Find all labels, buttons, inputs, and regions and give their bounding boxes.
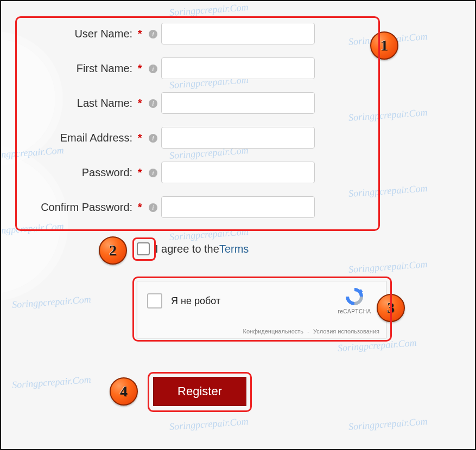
required-asterisk: * xyxy=(138,62,142,74)
register-button-label: Register xyxy=(177,384,222,398)
terms-checkbox[interactable] xyxy=(137,242,150,255)
recaptcha-brand: reCAPTCHA xyxy=(329,286,379,314)
watermark: Soringpcrepair.Com xyxy=(348,416,428,433)
svg-text:i: i xyxy=(152,204,154,211)
field-row-password: Password: * i xyxy=(23,155,453,190)
recaptcha-brand-text: reCAPTCHA xyxy=(329,308,379,314)
terms-row: I agree to the Terms xyxy=(137,242,249,255)
callout-badge-1: 1 xyxy=(370,31,398,60)
recaptcha-checkbox[interactable] xyxy=(147,293,162,308)
label-lastname: Last Name: * i xyxy=(23,97,161,110)
label-password: Password: * i xyxy=(23,166,161,179)
label-text: Password: xyxy=(82,166,132,178)
separator: - xyxy=(307,328,311,335)
svg-text:i: i xyxy=(152,134,154,142)
password-input[interactable] xyxy=(161,162,315,183)
watermark: Soringpcrepair.Com xyxy=(169,226,249,243)
svg-text:i: i xyxy=(152,65,154,73)
info-icon[interactable]: i xyxy=(148,29,158,39)
info-icon[interactable]: i xyxy=(148,203,158,213)
terms-link[interactable]: Terms xyxy=(219,243,249,255)
label-text: Email Address: xyxy=(60,132,132,144)
recaptcha-label: Я не робот xyxy=(171,295,220,307)
field-row-email: Email Address: * i xyxy=(23,120,453,155)
watermark: Soringpcrepair.Com xyxy=(169,416,249,433)
register-button[interactable]: Register xyxy=(153,377,246,406)
required-asterisk: * xyxy=(138,132,142,144)
callout-badge-2: 2 xyxy=(99,236,127,265)
required-asterisk: * xyxy=(138,201,142,213)
field-row-confirm-password: Confirm Password: * i xyxy=(23,190,453,224)
confirm-password-input[interactable] xyxy=(161,196,315,218)
email-input[interactable] xyxy=(161,127,315,149)
svg-text:i: i xyxy=(152,100,154,107)
recaptcha-widget: Я не робот reCAPTCHA Конфиденциальность … xyxy=(137,281,386,338)
label-firstname: First Name: * i xyxy=(23,62,161,75)
svg-text:i: i xyxy=(152,30,154,38)
page-container: Soringpcrepair.Com Soringpcrepair.Com So… xyxy=(0,0,476,450)
info-icon[interactable]: i xyxy=(148,99,158,108)
required-asterisk: * xyxy=(138,28,142,40)
watermark: Soringpcrepair.Com xyxy=(11,374,91,391)
field-row-lastname: Last Name: * i xyxy=(23,86,453,120)
required-asterisk: * xyxy=(138,97,142,109)
label-email: Email Address: * i xyxy=(23,132,161,144)
callout-badge-3: 3 xyxy=(377,294,405,322)
recaptcha-terms-link[interactable]: Условия использования xyxy=(313,328,379,335)
lastname-input[interactable] xyxy=(161,92,315,114)
label-confirm-password: Confirm Password: * i xyxy=(23,201,161,214)
watermark: Soringpcrepair.Com xyxy=(337,337,417,354)
label-text: User Name: xyxy=(74,28,132,40)
label-text: Last Name: xyxy=(77,97,132,109)
recaptcha-privacy-link[interactable]: Конфиденциальность xyxy=(243,328,304,335)
info-icon[interactable]: i xyxy=(148,133,158,143)
info-icon[interactable]: i xyxy=(148,168,158,178)
watermark: Soringpcrepair.Com xyxy=(11,294,91,311)
terms-text: I agree to the xyxy=(155,243,219,255)
label-username: User Name: * i xyxy=(23,28,161,40)
callout-badge-4: 4 xyxy=(110,377,138,406)
recaptcha-footer: Конфиденциальность - Условия использован… xyxy=(243,328,379,335)
username-input[interactable] xyxy=(161,23,315,44)
firstname-input[interactable] xyxy=(161,57,315,79)
recaptcha-logo-icon xyxy=(344,286,365,307)
svg-text:i: i xyxy=(152,169,154,177)
info-icon[interactable]: i xyxy=(148,64,158,74)
label-text: Confirm Password: xyxy=(41,201,132,213)
required-asterisk: * xyxy=(138,166,142,178)
label-text: First Name: xyxy=(77,62,132,74)
watermark: Soringpcrepair.Com xyxy=(348,259,428,275)
